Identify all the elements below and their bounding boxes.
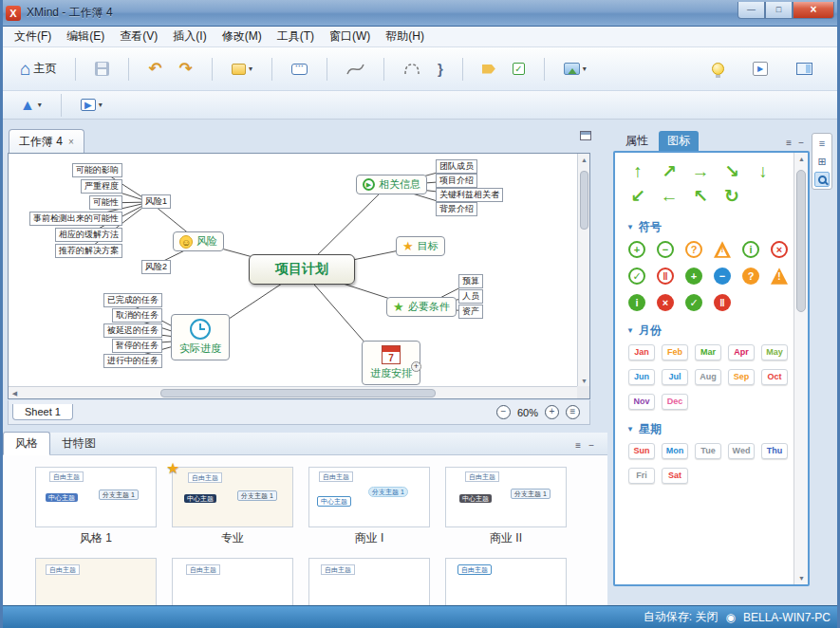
arrow-down-left-marker[interactable]: ↙ bbox=[628, 187, 647, 206]
arrow-up-left-marker[interactable]: ↖ bbox=[691, 187, 710, 206]
marker-jan[interactable]: Jan bbox=[628, 344, 655, 360]
info-circle-solid-icon[interactable]: i bbox=[628, 294, 645, 311]
relationship-button[interactable] bbox=[343, 60, 368, 79]
pause-circle-solid-icon[interactable]: ‖ bbox=[714, 294, 731, 311]
chevron-down-icon[interactable]: ▾ bbox=[99, 101, 103, 109]
section-weeks[interactable]: ▼ 星期 bbox=[626, 421, 790, 437]
arrow-up-right-marker[interactable]: ↗ bbox=[660, 162, 679, 181]
marker-wed[interactable]: Wed bbox=[728, 443, 755, 459]
undo-button[interactable]: ↶ bbox=[144, 59, 165, 80]
zoom-tool-icon[interactable] bbox=[814, 172, 830, 187]
scroll-thumb[interactable] bbox=[796, 170, 806, 312]
style-thumbnail[interactable]: 自由主题 bbox=[172, 558, 293, 605]
notes-button[interactable] bbox=[288, 61, 311, 78]
warning-triangle-solid-icon[interactable]: ! bbox=[771, 268, 788, 285]
section-months[interactable]: ▼ 月份 bbox=[626, 323, 790, 339]
style-thumbnail[interactable]: ★ 自由主题 中心主题 分支主题 1 专业 bbox=[172, 467, 293, 546]
chevron-down-icon[interactable]: ▾ bbox=[38, 101, 42, 109]
arrow-down-right-marker[interactable]: ↘ bbox=[722, 162, 741, 181]
central-topic[interactable]: 项目计划 bbox=[249, 254, 355, 285]
topic-node[interactable]: 风险2 bbox=[141, 260, 171, 274]
style-thumbnail[interactable]: 自由主题 中心主题 分支主题 1 风格 1 bbox=[35, 467, 157, 546]
summary-button[interactable]: } bbox=[434, 58, 447, 80]
scroll-up-icon[interactable]: ▲ bbox=[794, 153, 809, 165]
menu-modify[interactable]: 修改(M) bbox=[215, 27, 270, 46]
menu-edit[interactable]: 编辑(E) bbox=[59, 27, 112, 46]
marker-sun[interactable]: Sun bbox=[628, 443, 655, 459]
style-thumbnail[interactable]: 自由主题 bbox=[35, 558, 157, 605]
mindmap-canvas[interactable]: 可能的影响 严重程度 可能性 事前检测出来的可能性 相应的缓解方法 推荐的解决方… bbox=[8, 153, 590, 399]
cross-circle-solid-icon[interactable]: × bbox=[657, 294, 674, 311]
marker-apr[interactable]: Apr bbox=[728, 344, 755, 360]
task-button[interactable]: ✓ bbox=[509, 60, 529, 78]
sheet-tab[interactable]: Sheet 1 bbox=[12, 404, 73, 420]
menu-insert[interactable]: 插入(I) bbox=[165, 27, 214, 46]
collapse-panels-icon[interactable]: ≡ bbox=[814, 136, 830, 151]
arrow-refresh-marker[interactable]: ↻ bbox=[722, 187, 741, 206]
expand-badge-icon[interactable]: + bbox=[411, 361, 421, 372]
home-button[interactable]: ⌂ 主页 bbox=[16, 58, 60, 81]
marker-nov[interactable]: Nov bbox=[628, 394, 655, 410]
scroll-thumb[interactable] bbox=[580, 171, 588, 230]
topic-node[interactable]: 严重程度 bbox=[81, 179, 122, 194]
scroll-down-icon[interactable]: ▼ bbox=[794, 572, 809, 584]
close-button[interactable]: × bbox=[793, 2, 834, 19]
menu-window[interactable]: 窗口(W) bbox=[322, 27, 378, 46]
save-button[interactable] bbox=[91, 59, 113, 79]
marker-jul[interactable]: Jul bbox=[662, 369, 688, 385]
zoom-out-button[interactable]: − bbox=[496, 405, 511, 419]
marker-may[interactable]: May bbox=[761, 344, 788, 360]
panel-scrollbar[interactable]: ▲ ▼ bbox=[793, 153, 808, 584]
topic-node[interactable]: 背景介绍 bbox=[436, 202, 477, 216]
zoom-fit-button[interactable]: ≡ bbox=[566, 405, 580, 419]
new-sheet-button[interactable]: ▾ bbox=[228, 61, 256, 78]
marker-sep[interactable]: Sep bbox=[728, 369, 755, 385]
topic-node[interactable]: 取消的任务 bbox=[112, 308, 162, 323]
topic-node[interactable]: 事前检测出来的可能性 bbox=[29, 212, 122, 226]
topic-node[interactable]: 被延迟的任务 bbox=[103, 323, 162, 338]
style-thumbnail[interactable]: 自由主题 bbox=[445, 558, 567, 605]
presentation-button[interactable]: ▶ bbox=[749, 59, 772, 79]
tab-properties[interactable]: 属性 bbox=[617, 131, 657, 151]
topic-node[interactable]: 团队成员 bbox=[436, 159, 477, 174]
topic-node[interactable]: 关键利益相关者 bbox=[436, 188, 503, 202]
topic-risk[interactable]: ☺ 风险 bbox=[173, 231, 224, 251]
marker-sat[interactable]: Sat bbox=[662, 468, 688, 484]
export-button[interactable]: ▶ ▾ bbox=[77, 96, 106, 114]
document-tab[interactable]: 工作簿 4 × bbox=[9, 129, 84, 153]
panel-menu-icon[interactable]: ≡ bbox=[786, 138, 792, 148]
style-thumbnail[interactable]: 自由主题 bbox=[308, 558, 430, 605]
panels-button[interactable] bbox=[793, 60, 816, 78]
menu-help[interactable]: 帮助(H) bbox=[378, 27, 432, 46]
check-circle-icon[interactable]: ✓ bbox=[628, 268, 645, 285]
panel-minimize-icon[interactable]: − bbox=[588, 440, 594, 451]
pause-circle-icon[interactable]: ‖ bbox=[657, 268, 674, 285]
arrow-down-marker[interactable]: ↓ bbox=[754, 162, 773, 181]
question-circle-solid-icon[interactable]: ? bbox=[742, 268, 759, 285]
arrow-right-marker[interactable]: → bbox=[691, 162, 710, 181]
topic-related-info[interactable]: ▶ 相关信息 bbox=[356, 175, 427, 194]
topic-node[interactable]: 推荐的解决方案 bbox=[55, 244, 122, 258]
minus-circle-icon[interactable]: − bbox=[657, 241, 674, 258]
marker-thu[interactable]: Thu bbox=[761, 443, 788, 459]
topic-node[interactable]: 可能的影响 bbox=[72, 163, 122, 177]
panel-minimize-icon[interactable]: − bbox=[798, 138, 804, 148]
tab-gantt[interactable]: 甘特图 bbox=[50, 433, 107, 454]
redo-button[interactable]: ↷ bbox=[176, 59, 196, 80]
arrow-up-marker[interactable]: ↑ bbox=[628, 162, 647, 181]
cross-circle-icon[interactable]: × bbox=[771, 241, 788, 258]
boundary-button[interactable] bbox=[400, 60, 424, 79]
topic-node[interactable]: 可能性 bbox=[89, 195, 122, 210]
minus-circle-solid-icon[interactable]: − bbox=[714, 268, 731, 285]
topic-node[interactable]: 项目介绍 bbox=[436, 174, 477, 188]
arrow-left-marker[interactable]: ← bbox=[660, 187, 679, 206]
topic-node[interactable]: 相应的缓解方法 bbox=[55, 228, 122, 242]
horizontal-scrollbar[interactable]: ◀ ▶ bbox=[9, 386, 589, 398]
navigate-up-button[interactable]: ▲ ▾ bbox=[16, 94, 46, 117]
marker-dec[interactable]: Dec bbox=[662, 394, 688, 410]
info-circle-icon[interactable]: i bbox=[742, 241, 759, 258]
mindmap[interactable]: 可能的影响 严重程度 可能性 事前检测出来的可能性 相应的缓解方法 推荐的解决方… bbox=[9, 154, 577, 386]
maximize-button[interactable]: □ bbox=[765, 2, 793, 19]
marker-tue[interactable]: Tue bbox=[695, 443, 721, 459]
marker-mar[interactable]: Mar bbox=[695, 344, 721, 360]
